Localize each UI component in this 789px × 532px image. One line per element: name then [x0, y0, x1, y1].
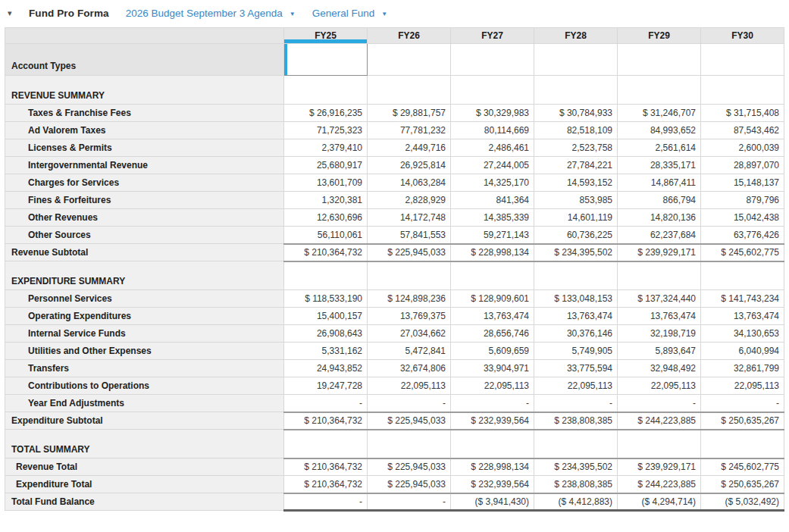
cell[interactable]: $ 210,364,732 — [284, 412, 368, 430]
cell[interactable]: 87,543,462 — [701, 122, 784, 139]
cell[interactable]: 27,034,662 — [368, 325, 451, 343]
cell[interactable]: 13,763,474 — [534, 308, 618, 325]
cell[interactable] — [368, 261, 451, 290]
cell[interactable]: $ 238,808,385 — [534, 412, 618, 430]
cell[interactable]: 82,518,109 — [534, 122, 618, 139]
cell[interactable]: 866,794 — [618, 192, 701, 209]
cell[interactable]: 32,861,799 — [701, 360, 784, 377]
cell[interactable]: 5,472,841 — [368, 343, 451, 360]
cell[interactable]: 2,449,716 — [368, 139, 451, 157]
cell[interactable]: $ 225,945,033 — [368, 476, 451, 493]
cell[interactable]: $ 244,223,885 — [618, 476, 701, 493]
cell[interactable]: 853,985 — [534, 192, 618, 209]
cell[interactable]: - — [368, 395, 451, 412]
cell[interactable]: 5,609,659 — [451, 343, 534, 360]
cell[interactable]: $ 210,364,732 — [284, 244, 368, 261]
cell[interactable]: 2,600,039 — [701, 139, 784, 157]
cell[interactable]: ($ 4,294,714) — [618, 493, 701, 511]
cell[interactable]: 25,680,917 — [284, 157, 368, 174]
cell[interactable]: 15,148,137 — [701, 174, 784, 192]
cell[interactable] — [701, 430, 784, 458]
cell[interactable]: - — [284, 493, 368, 511]
cell[interactable]: 12,630,696 — [284, 209, 368, 227]
cell[interactable] — [701, 76, 784, 105]
cell[interactable]: 30,376,146 — [534, 325, 618, 343]
cell[interactable]: $ 124,898,236 — [368, 290, 451, 308]
cell[interactable]: $ 225,945,033 — [368, 244, 451, 261]
cell[interactable]: $ 29,881,757 — [368, 105, 451, 122]
cell[interactable]: 1,320,381 — [284, 192, 368, 209]
column-header-fy25[interactable]: FY25 — [284, 28, 368, 44]
cell[interactable]: $ 234,395,502 — [534, 458, 618, 476]
cell[interactable]: 14,172,748 — [368, 209, 451, 227]
cell[interactable]: 56,110,061 — [284, 227, 368, 244]
cell[interactable]: 27,244,005 — [451, 157, 534, 174]
cell[interactable]: $ 239,929,171 — [618, 244, 701, 261]
cell[interactable]: 841,364 — [451, 192, 534, 209]
cell[interactable]: $ 137,324,440 — [618, 290, 701, 308]
cell[interactable]: $ 244,223,885 — [618, 412, 701, 430]
cell[interactable]: 879,796 — [701, 192, 784, 209]
cell[interactable]: 80,114,669 — [451, 122, 534, 139]
cell[interactable]: 2,523,758 — [534, 139, 618, 157]
cell[interactable]: 26,925,814 — [368, 157, 451, 174]
cell[interactable] — [534, 76, 618, 105]
cell[interactable]: 13,601,709 — [284, 174, 368, 192]
cell[interactable]: 57,841,553 — [368, 227, 451, 244]
cell[interactable]: $ 26,916,235 — [284, 105, 368, 122]
cell[interactable] — [368, 76, 451, 105]
cell[interactable]: 14,593,152 — [534, 174, 618, 192]
cell[interactable]: 26,908,643 — [284, 325, 368, 343]
cell[interactable]: $ 210,364,732 — [284, 476, 368, 493]
budget-report-dropdown[interactable]: 2026 Budget September 3 Agenda ▼ — [126, 8, 296, 19]
cell[interactable] — [368, 430, 451, 458]
cell[interactable]: $ 133,048,153 — [534, 290, 618, 308]
cell[interactable]: ($ 4,412,883) — [534, 493, 618, 511]
cell[interactable]: $ 228,998,134 — [451, 244, 534, 261]
cell[interactable]: 28,335,171 — [618, 157, 701, 174]
cell[interactable]: 15,400,157 — [284, 308, 368, 325]
selected-cell[interactable] — [284, 44, 368, 76]
cell[interactable] — [618, 76, 701, 105]
cell[interactable]: $ 245,602,775 — [701, 458, 784, 476]
cell[interactable]: 22,095,113 — [534, 377, 618, 395]
cell[interactable] — [701, 44, 784, 76]
cell[interactable]: 14,867,411 — [618, 174, 701, 192]
column-header-fy30[interactable]: FY30 — [701, 28, 784, 44]
cell[interactable]: $ 210,364,732 — [284, 458, 368, 476]
cell[interactable]: $ 128,909,601 — [451, 290, 534, 308]
cell[interactable]: 84,993,652 — [618, 122, 701, 139]
cell[interactable] — [284, 430, 368, 458]
cell[interactable]: 62,237,684 — [618, 227, 701, 244]
cell[interactable]: $ 31,246,707 — [618, 105, 701, 122]
column-header-fy27[interactable]: FY27 — [451, 28, 534, 44]
cell[interactable]: 32,948,492 — [618, 360, 701, 377]
cell[interactable]: 14,601,119 — [534, 209, 618, 227]
column-header-fy26[interactable]: FY26 — [368, 28, 451, 44]
column-header-fy28[interactable]: FY28 — [534, 28, 618, 44]
fund-dropdown[interactable]: General Fund ▼ — [312, 8, 387, 19]
cell[interactable]: $ 239,929,171 — [618, 458, 701, 476]
cell[interactable] — [618, 44, 701, 76]
cell[interactable]: 14,820,136 — [618, 209, 701, 227]
cell[interactable]: 22,095,113 — [618, 377, 701, 395]
cell[interactable]: 24,943,852 — [284, 360, 368, 377]
cell[interactable]: 14,385,339 — [451, 209, 534, 227]
cell[interactable]: - — [618, 395, 701, 412]
cell[interactable]: 59,271,143 — [451, 227, 534, 244]
cell[interactable]: - — [284, 395, 368, 412]
cell[interactable]: 5,331,162 — [284, 343, 368, 360]
cell[interactable]: 77,781,232 — [368, 122, 451, 139]
collapse-triangle-icon[interactable]: ▾ — [8, 8, 20, 18]
cell[interactable]: $ 250,635,267 — [701, 412, 784, 430]
cell[interactable]: ($ 3,941,430) — [451, 493, 534, 511]
cell[interactable]: 2,561,614 — [618, 139, 701, 157]
cell[interactable]: 33,775,594 — [534, 360, 618, 377]
cell[interactable]: 14,063,284 — [368, 174, 451, 192]
cell[interactable]: $ 245,602,775 — [701, 244, 784, 261]
cell[interactable]: $ 238,808,385 — [534, 476, 618, 493]
cell[interactable]: 19,247,728 — [284, 377, 368, 395]
cell[interactable]: 5,749,905 — [534, 343, 618, 360]
cell[interactable]: 2,486,461 — [451, 139, 534, 157]
cell[interactable]: $ 234,395,502 — [534, 244, 618, 261]
